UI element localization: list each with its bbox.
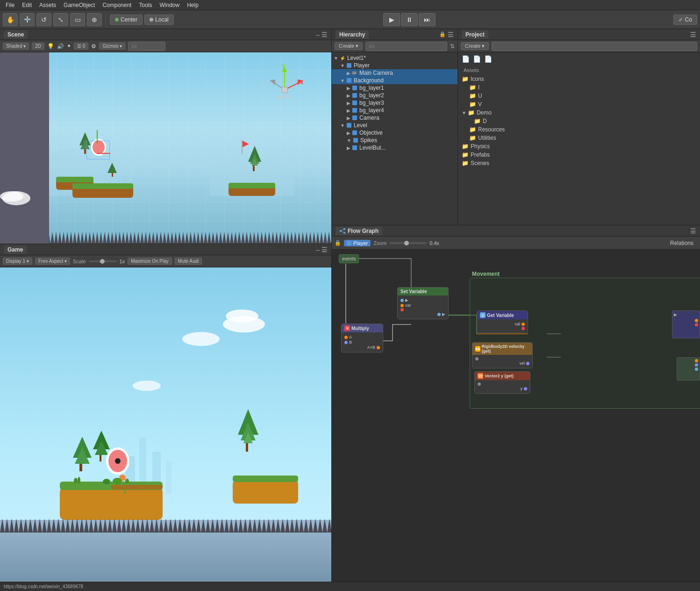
scale-slider[interactable] [89, 260, 117, 262]
hierarchy-item-background[interactable]: ▼Background [332, 77, 457, 84]
scene-settings-icon[interactable]: ⚙ [91, 43, 96, 50]
project-create-btn[interactable]: Create ▾ [461, 42, 489, 50]
project-folder-scenes[interactable]: 📁 Scenes [460, 159, 698, 167]
scene-minimize-icon[interactable]: – [316, 31, 320, 38]
project-folder-icon-1: 📄 [462, 55, 471, 65]
fx-icon[interactable]: ✦ [67, 43, 71, 49]
project-tab[interactable]: Project [462, 30, 488, 39]
project-header: Project ☰ [458, 29, 700, 40]
flow-relations-tab[interactable]: Relations [666, 239, 697, 247]
toolbar-sep-1 [106, 14, 106, 25]
scene-search[interactable] [128, 42, 165, 51]
hierarchy-item-levelbut___[interactable]: ▶LevelBut... [332, 144, 457, 151]
scene-tab[interactable]: Scene [4, 30, 28, 39]
hierarchy-sort-icon[interactable]: ⇅ [450, 43, 455, 50]
svg-rect-6 [282, 87, 287, 93]
gizmo-back-label: ◀ Back [277, 94, 292, 99]
project-folder-v[interactable]: 📁 V [460, 100, 698, 108]
flow-node-get-variable[interactable]: ◇ Get Variable val [477, 310, 528, 333]
game-menu-icon[interactable]: ☰ [321, 246, 328, 253]
game-spikes-svg [0, 519, 331, 533]
rotate-tool-button[interactable]: ↺ [36, 13, 51, 26]
hierarchy-item-camera[interactable]: ▶Camera [332, 114, 457, 122]
game-tab[interactable]: Game [4, 245, 27, 254]
mute-btn[interactable]: Mute Audi [175, 258, 202, 265]
gizmos-dropdown[interactable]: Gizmos ▾ [99, 43, 125, 50]
assets-label: Assets [460, 65, 698, 75]
play-button[interactable]: ▶ [383, 13, 400, 26]
flow-node-rigidbody[interactable]: RB Rigidbody2D velocity (get) vel [472, 342, 533, 368]
project-section: Project ☰ Create ▾ 📄 📄 [458, 29, 700, 225]
hierarchy-item-player[interactable]: ▼Player [332, 62, 457, 69]
collab-button[interactable]: ✓ Co [673, 14, 697, 25]
menu-component[interactable]: Component [99, 1, 135, 9]
project-folder-demo[interactable]: ▼ 📁 Demo [460, 108, 698, 117]
menu-tools[interactable]: Tools [135, 1, 156, 9]
display-dropdown[interactable]: Display 1 ▾ [3, 258, 32, 265]
menu-bar: File Edit Assets GameObject Component To… [0, 0, 700, 10]
hierarchy-menu-icon[interactable]: ☰ [448, 31, 454, 38]
hierarchy-area: Hierarchy 🔒 ☰ Create ▾ ⇅ ▼⚡Level1*▼Playe… [332, 29, 700, 225]
flow-tab[interactable]: Flow Graph [336, 227, 382, 235]
project-folder-resources[interactable]: 📁 Resources [460, 125, 698, 134]
flow-lock-icon: 🔒 [335, 240, 341, 246]
menu-edit[interactable]: Edit [18, 1, 36, 9]
project-folder-utilities[interactable]: 📁 Utilities [460, 134, 698, 142]
game-scale-label: Scale [73, 259, 86, 264]
hand-tool-button[interactable]: ✋ [3, 13, 18, 26]
2d-button[interactable]: 2D [32, 43, 44, 50]
maximize-btn[interactable]: Maximize On Play [128, 258, 172, 265]
scale-tool-button[interactable]: ⤡ [53, 13, 68, 26]
menu-gameobject[interactable]: GameObject [60, 1, 99, 9]
hierarchy-item-bg_layer3[interactable]: ▶bg_layer3 [332, 99, 457, 107]
project-folder-icons[interactable]: 📁 Icons [460, 75, 698, 83]
project-folder-physics[interactable]: 📁 Physics [460, 142, 698, 151]
menu-window[interactable]: Window [156, 1, 183, 9]
hierarchy-create-btn[interactable]: Create ▾ [335, 42, 363, 50]
scene-toolbar: Shaded ▾ 2D 💡 🔊 ✦ ☰ 0 ⚙ Gizmos ▾ [0, 40, 331, 52]
flow-zoom-slider[interactable] [389, 242, 427, 244]
project-folder-u[interactable]: 📁 U [460, 92, 698, 100]
menu-help[interactable]: Help [183, 1, 202, 9]
collab-label: Co [685, 16, 692, 23]
menu-file[interactable]: File [2, 1, 18, 9]
project-folder-prefabs[interactable]: 📁 Prefabs [460, 151, 698, 159]
game-toolbar: Display 1 ▾ Free Aspect ▾ Scale 1x Maxim… [0, 255, 331, 267]
flow-menu-icon[interactable]: ☰ [690, 227, 696, 235]
move-tool-button[interactable]: ✛ [20, 13, 35, 26]
layers-btn[interactable]: ☰ 0 [74, 43, 88, 50]
flow-player-badge[interactable]: Player [344, 240, 371, 246]
scene-menu-icon[interactable]: ☰ [321, 31, 328, 38]
rect-tool-button[interactable]: ▭ [70, 13, 85, 26]
project-search[interactable] [492, 42, 697, 51]
center-button[interactable]: Center [110, 14, 143, 25]
hierarchy-item-objective[interactable]: ▶Objective [332, 129, 457, 137]
hierarchy-item-bg_layer2[interactable]: ▶bg_layer2 [332, 92, 457, 99]
hierarchy-item-level1_[interactable]: ▼⚡Level1* [332, 54, 457, 62]
audio-icon[interactable]: 🔊 [57, 43, 64, 50]
island-right [229, 186, 275, 196]
game-minimize-icon[interactable]: – [316, 246, 320, 253]
hierarchy-item-main_camera[interactable]: ▶Main Camera [332, 69, 457, 77]
project-menu-icon[interactable]: ☰ [690, 31, 696, 38]
project-controls: ☰ [690, 31, 696, 38]
flow-node-vector2[interactable]: V2 Vector2 y (get) y [474, 371, 530, 394]
hierarchy-tab[interactable]: Hierarchy [336, 30, 369, 39]
flow-node-set-variable[interactable]: Set Variable ▶ var ▶ [397, 287, 449, 319]
step-button[interactable]: ⏭ [419, 13, 436, 26]
aspect-dropdown[interactable]: Free Aspect ▾ [35, 258, 70, 265]
hierarchy-item-bg_layer4[interactable]: ▶bg_layer4 [332, 107, 457, 114]
flow-node-multiply[interactable]: ✕ Multiply A B A×B [341, 324, 383, 353]
menu-assets[interactable]: Assets [36, 1, 60, 9]
hierarchy-item-bg_layer1[interactable]: ▶bg_layer1 [332, 84, 457, 92]
hierarchy-item-spikes[interactable]: ▼Spikes [332, 137, 457, 144]
local-button[interactable]: Local [144, 14, 174, 25]
transform-tool-button[interactable]: ⊕ [87, 13, 102, 26]
hierarchy-item-level[interactable]: ▼Level [332, 122, 457, 129]
pause-button[interactable]: ⏸ [401, 13, 418, 26]
light-icon[interactable]: 💡 [47, 43, 54, 50]
hierarchy-search[interactable] [365, 42, 447, 51]
project-folder-d[interactable]: 📁 D [460, 117, 698, 125]
project-folder-i[interactable]: 📁 I [460, 83, 698, 92]
shading-dropdown[interactable]: Shaded ▾ [3, 43, 29, 50]
